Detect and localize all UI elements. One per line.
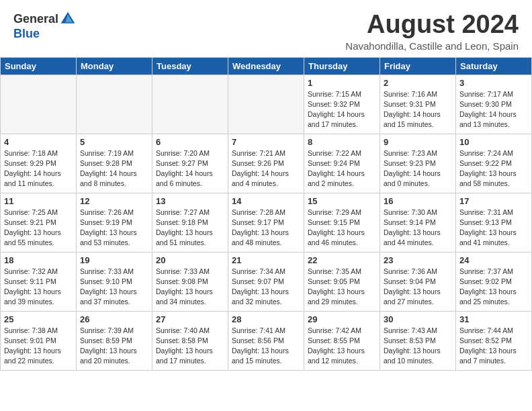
- calendar-cell: [228, 75, 304, 134]
- day-number: 7: [232, 137, 300, 147]
- day-info: Sunrise: 7:22 AM Sunset: 9:24 PM Dayligh…: [308, 148, 376, 189]
- day-number: 17: [459, 196, 528, 206]
- header: General Blue August 2024 Navahondilla, C…: [0, 0, 532, 57]
- day-info: Sunrise: 7:41 AM Sunset: 8:56 PM Dayligh…: [232, 326, 300, 367]
- day-number: 13: [156, 196, 224, 206]
- location: Navahondilla, Castille and Leon, Spain: [345, 40, 519, 52]
- calendar-cell: 18Sunrise: 7:32 AM Sunset: 9:11 PM Dayli…: [1, 252, 77, 311]
- day-number: 1: [308, 78, 376, 88]
- day-info: Sunrise: 7:42 AM Sunset: 8:55 PM Dayligh…: [308, 326, 376, 367]
- day-info: Sunrise: 7:19 AM Sunset: 9:28 PM Dayligh…: [80, 148, 148, 189]
- calendar-cell: 28Sunrise: 7:41 AM Sunset: 8:56 PM Dayli…: [228, 311, 304, 370]
- day-info: Sunrise: 7:37 AM Sunset: 9:02 PM Dayligh…: [459, 267, 528, 308]
- header-tuesday: Tuesday: [152, 57, 228, 75]
- title-section: August 2024 Navahondilla, Castille and L…: [345, 11, 519, 52]
- calendar-cell: 7Sunrise: 7:21 AM Sunset: 9:26 PM Daylig…: [228, 134, 304, 193]
- header-friday: Friday: [380, 57, 456, 75]
- week-row-2: 4Sunrise: 7:18 AM Sunset: 9:29 PM Daylig…: [1, 134, 532, 193]
- week-row-1: 1Sunrise: 7:15 AM Sunset: 9:32 PM Daylig…: [1, 75, 532, 134]
- day-number: 29: [308, 314, 376, 324]
- day-info: Sunrise: 7:17 AM Sunset: 9:30 PM Dayligh…: [459, 89, 528, 130]
- calendar-cell: 24Sunrise: 7:37 AM Sunset: 9:02 PM Dayli…: [456, 252, 532, 311]
- week-row-4: 18Sunrise: 7:32 AM Sunset: 9:11 PM Dayli…: [1, 252, 532, 311]
- calendar-cell: 2Sunrise: 7:16 AM Sunset: 9:31 PM Daylig…: [380, 75, 456, 134]
- calendar-cell: 16Sunrise: 7:30 AM Sunset: 9:14 PM Dayli…: [380, 193, 456, 252]
- day-info: Sunrise: 7:39 AM Sunset: 8:59 PM Dayligh…: [80, 326, 148, 367]
- day-info: Sunrise: 7:40 AM Sunset: 8:58 PM Dayligh…: [156, 326, 224, 367]
- logo: General Blue: [13, 11, 76, 41]
- calendar-cell: 4Sunrise: 7:18 AM Sunset: 9:29 PM Daylig…: [1, 134, 77, 193]
- calendar-cell: 13Sunrise: 7:27 AM Sunset: 9:18 PM Dayli…: [152, 193, 228, 252]
- day-number: 3: [459, 78, 528, 88]
- calendar-cell: 21Sunrise: 7:34 AM Sunset: 9:07 PM Dayli…: [228, 252, 304, 311]
- header-monday: Monday: [77, 57, 152, 75]
- day-info: Sunrise: 7:28 AM Sunset: 9:17 PM Dayligh…: [232, 208, 300, 248]
- calendar-cell: 20Sunrise: 7:33 AM Sunset: 9:08 PM Dayli…: [152, 252, 228, 311]
- day-info: Sunrise: 7:23 AM Sunset: 9:23 PM Dayligh…: [384, 148, 452, 189]
- day-info: Sunrise: 7:18 AM Sunset: 9:29 PM Dayligh…: [4, 148, 73, 189]
- calendar-cell: 1Sunrise: 7:15 AM Sunset: 9:32 PM Daylig…: [304, 75, 380, 134]
- calendar-cell: 25Sunrise: 7:38 AM Sunset: 9:01 PM Dayli…: [1, 311, 77, 370]
- calendar-cell: 26Sunrise: 7:39 AM Sunset: 8:59 PM Dayli…: [77, 311, 152, 370]
- day-info: Sunrise: 7:43 AM Sunset: 8:53 PM Dayligh…: [384, 326, 452, 367]
- day-info: Sunrise: 7:36 AM Sunset: 9:04 PM Dayligh…: [384, 267, 452, 308]
- header-saturday: Saturday: [456, 57, 532, 75]
- day-number: 25: [4, 314, 73, 324]
- calendar-cell: 27Sunrise: 7:40 AM Sunset: 8:58 PM Dayli…: [152, 311, 228, 370]
- day-number: 14: [232, 196, 300, 206]
- day-number: 8: [308, 137, 376, 147]
- calendar-cell: 9Sunrise: 7:23 AM Sunset: 9:23 PM Daylig…: [380, 134, 456, 193]
- day-info: Sunrise: 7:32 AM Sunset: 9:11 PM Dayligh…: [4, 267, 73, 308]
- calendar-cell: 30Sunrise: 7:43 AM Sunset: 8:53 PM Dayli…: [380, 311, 456, 370]
- day-number: 16: [384, 196, 452, 206]
- day-info: Sunrise: 7:38 AM Sunset: 9:01 PM Dayligh…: [4, 326, 73, 367]
- day-info: Sunrise: 7:26 AM Sunset: 9:19 PM Dayligh…: [80, 208, 148, 248]
- day-number: 23: [384, 255, 452, 265]
- day-number: 19: [80, 255, 148, 265]
- calendar-cell: 22Sunrise: 7:35 AM Sunset: 9:05 PM Dayli…: [304, 252, 380, 311]
- calendar-cell: 6Sunrise: 7:20 AM Sunset: 9:27 PM Daylig…: [152, 134, 228, 193]
- calendar: SundayMondayTuesdayWednesdayThursdayFrid…: [0, 57, 532, 371]
- day-number: 15: [308, 196, 376, 206]
- day-info: Sunrise: 7:44 AM Sunset: 8:52 PM Dayligh…: [459, 326, 528, 367]
- month-year: August 2024: [345, 11, 519, 39]
- day-info: Sunrise: 7:31 AM Sunset: 9:13 PM Dayligh…: [459, 208, 528, 248]
- day-number: 30: [384, 314, 452, 324]
- calendar-cell: 11Sunrise: 7:25 AM Sunset: 9:21 PM Dayli…: [1, 193, 77, 252]
- day-number: 26: [80, 314, 148, 324]
- calendar-cell: 29Sunrise: 7:42 AM Sunset: 8:55 PM Dayli…: [304, 311, 380, 370]
- logo-blue-text: Blue: [13, 27, 76, 41]
- week-row-5: 25Sunrise: 7:38 AM Sunset: 9:01 PM Dayli…: [1, 311, 532, 370]
- calendar-cell: 12Sunrise: 7:26 AM Sunset: 9:19 PM Dayli…: [77, 193, 152, 252]
- calendar-cell: 31Sunrise: 7:44 AM Sunset: 8:52 PM Dayli…: [456, 311, 532, 370]
- day-number: 22: [308, 255, 376, 265]
- day-info: Sunrise: 7:33 AM Sunset: 9:08 PM Dayligh…: [156, 267, 224, 308]
- day-info: Sunrise: 7:29 AM Sunset: 9:15 PM Dayligh…: [308, 208, 376, 248]
- day-number: 24: [459, 255, 528, 265]
- day-number: 2: [384, 78, 452, 88]
- day-number: 12: [80, 196, 148, 206]
- day-info: Sunrise: 7:16 AM Sunset: 9:31 PM Dayligh…: [384, 89, 452, 130]
- calendar-cell: 23Sunrise: 7:36 AM Sunset: 9:04 PM Dayli…: [380, 252, 456, 311]
- calendar-cell: [77, 75, 152, 134]
- calendar-cell: 15Sunrise: 7:29 AM Sunset: 9:15 PM Dayli…: [304, 193, 380, 252]
- day-number: 4: [4, 137, 73, 147]
- calendar-cell: 14Sunrise: 7:28 AM Sunset: 9:17 PM Dayli…: [228, 193, 304, 252]
- day-number: 20: [156, 255, 224, 265]
- day-info: Sunrise: 7:15 AM Sunset: 9:32 PM Dayligh…: [308, 89, 376, 130]
- logo-icon: [60, 11, 76, 27]
- calendar-cell: [1, 75, 77, 134]
- logo-general-text: General: [13, 12, 58, 26]
- calendar-cell: 5Sunrise: 7:19 AM Sunset: 9:28 PM Daylig…: [77, 134, 152, 193]
- day-number: 21: [232, 255, 300, 265]
- day-info: Sunrise: 7:20 AM Sunset: 9:27 PM Dayligh…: [156, 148, 224, 189]
- day-number: 18: [4, 255, 73, 265]
- calendar-cell: 17Sunrise: 7:31 AM Sunset: 9:13 PM Dayli…: [456, 193, 532, 252]
- header-sunday: Sunday: [1, 57, 77, 75]
- day-info: Sunrise: 7:34 AM Sunset: 9:07 PM Dayligh…: [232, 267, 300, 308]
- calendar-cell: 3Sunrise: 7:17 AM Sunset: 9:30 PM Daylig…: [456, 75, 532, 134]
- day-number: 28: [232, 314, 300, 324]
- day-info: Sunrise: 7:24 AM Sunset: 9:22 PM Dayligh…: [459, 148, 528, 189]
- calendar-header-row: SundayMondayTuesdayWednesdayThursdayFrid…: [1, 57, 532, 75]
- day-number: 6: [156, 137, 224, 147]
